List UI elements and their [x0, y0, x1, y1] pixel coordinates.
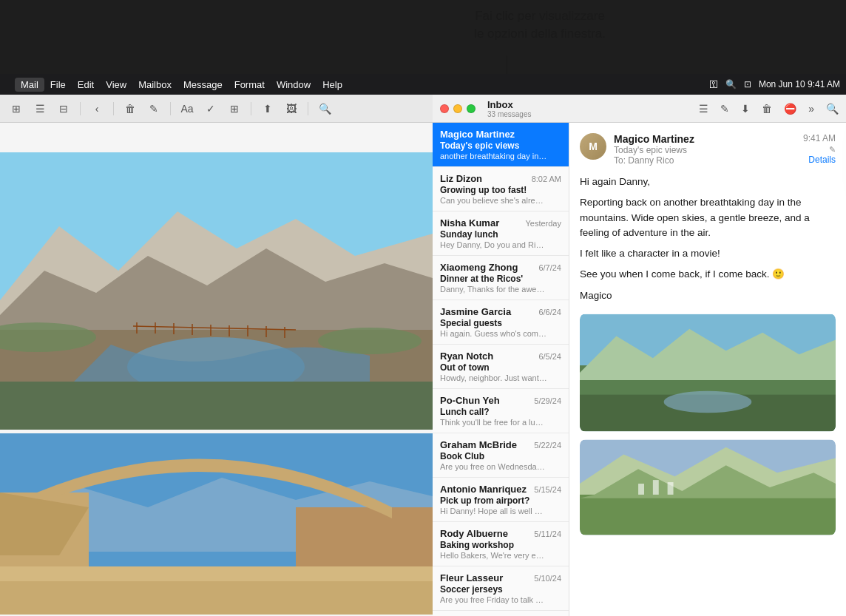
trash-icon[interactable]: 🗑	[762, 103, 772, 115]
close-button[interactable]	[440, 104, 449, 113]
menubar-mailbox[interactable]: Mailbox	[132, 78, 177, 92]
more-icon[interactable]: »	[808, 103, 814, 115]
back-icon[interactable]: ‹	[88, 100, 106, 118]
list-item[interactable]: Xiaomeng Zhong 6/7/24 Dinner at the Rico…	[433, 256, 569, 300]
grid-view-icon[interactable]: ⊟	[55, 100, 72, 118]
toolbar-separator-5	[308, 102, 308, 115]
mail-sender-0: Magico Martinez	[440, 129, 515, 140]
menubar-window[interactable]: Window	[271, 78, 317, 92]
mail-detail-info: Magico Martinez Today's epic views To: D…	[614, 133, 836, 166]
fullscreen-button[interactable]	[467, 104, 476, 113]
list-view-icon[interactable]: ☰	[31, 100, 49, 118]
share-icon[interactable]: ⬆	[259, 100, 277, 118]
photo-top	[0, 152, 433, 430]
mail-toolbar-icons: ☰ ✎ ⬇ 🗑 ⛔ » 🔍	[699, 103, 839, 115]
search-menubar-icon[interactable]: 🔍	[725, 79, 737, 89]
left-toolbar: ⊞ ☰ ⊟ ‹ 🗑 ✎ Aa ✓ ⊞ ⬆ 🖼 🔍	[0, 95, 433, 123]
mail-detail-header: M Magico Martinez Today's epic views To:…	[580, 133, 836, 166]
image-icon[interactable]: 🖼	[282, 100, 300, 118]
body-para-3: See you when I come back, if I come back…	[580, 267, 836, 282]
text-format-icon[interactable]: Aa	[178, 100, 196, 118]
mail-sender-9: Rody Albuerne	[440, 528, 508, 539]
list-item[interactable]: Jasmine Garcia 6/6/24 Special guests Hi …	[433, 300, 569, 345]
body-para-4: Magico	[580, 288, 836, 303]
detail-sender-name: Magico Martinez	[614, 133, 694, 145]
compose-icon[interactable]: ✎	[145, 100, 163, 118]
checklist-icon[interactable]: ✓	[202, 100, 220, 118]
datetime-display: Mon Jun 10 9:41 AM	[759, 79, 840, 89]
mail-sender-8: Antonio Manriquez	[440, 484, 527, 495]
menubar-view[interactable]: View	[100, 78, 132, 92]
mail-subject-2: Sunday lunch	[440, 229, 561, 240]
toolbar-separator-3	[170, 102, 171, 115]
mail-item-selected[interactable]: Magico Martinez Today's epic views anoth…	[433, 123, 569, 167]
mail-pane: Inbox 33 messages ☰ ✎ ⬇ 🗑 ⛔ » 🔍 ⊞ Replac…	[433, 95, 846, 616]
tooltip-line1: Fai clic per visualizzare	[436, 7, 643, 25]
mail-sender-6: Po-Chun Yeh	[440, 395, 500, 406]
list-item[interactable]: Liz Dizon 8:02 AM Growing up too fast! C…	[433, 167, 569, 211]
tooltip-line2: le opzioni della finestra.	[436, 25, 643, 43]
mail-subject-0: Today's epic views	[440, 141, 561, 151]
compose-mail-icon[interactable]: ✎	[720, 103, 729, 115]
list-item[interactable]: Fleur Lasseur 5/10/24 Soccer jerseys Are…	[433, 566, 569, 611]
menubar-edit[interactable]: Edit	[72, 78, 100, 92]
list-item[interactable]: Antonio Manriquez 5/15/24 Pick up from a…	[433, 478, 569, 522]
tooltip-annotation: Fai clic per visualizzare le opzioni del…	[436, 7, 643, 43]
detail-time: 9:41 AM	[803, 133, 836, 143]
mail-subject-6: Lunch call?	[440, 407, 561, 417]
toolbar-separator-1	[80, 102, 81, 115]
list-item[interactable]: Rody Albuerne 5/11/24 Baking workshop He…	[433, 522, 569, 566]
list-item[interactable]: Ryan Notch 6/5/24 Out of town Howdy, nei…	[433, 345, 569, 389]
mail-subject-5: Out of town	[440, 362, 561, 373]
search-left-icon[interactable]: 🔍	[316, 100, 334, 118]
menubar-message[interactable]: Message	[177, 78, 229, 92]
search-mail-icon[interactable]: 🔍	[826, 103, 839, 115]
mail-list: Magico Martinez Today's epic views anoth…	[433, 123, 569, 616]
inbox-title: Inbox	[487, 99, 531, 110]
mail-sender-3: Xiaomeng Zhong	[440, 262, 518, 273]
body-para-0: Hi again Danny,	[580, 175, 836, 189]
svg-rect-34	[638, 484, 644, 495]
list-item[interactable]: Po-Chun Yeh 5/29/24 Lunch call? Think yo…	[433, 389, 569, 433]
control-center-icon[interactable]: ⊡	[744, 79, 751, 89]
mail-sender-5: Ryan Notch	[440, 351, 493, 362]
window-traffic-lights	[440, 104, 476, 113]
svg-point-29	[664, 390, 752, 413]
svg-rect-32	[580, 495, 836, 535]
menubar-file[interactable]: File	[44, 78, 72, 92]
mail-preview-5: Howdy, neighbor. Just wanted to drop a q…	[440, 373, 547, 382]
sidebar-toggle-icon[interactable]: ⊞	[7, 100, 25, 118]
table-icon[interactable]: ⊞	[226, 100, 243, 118]
left-pane: ⊞ ☰ ⊟ ‹ 🗑 ✎ Aa ✓ ⊞ ⬆ 🖼 🔍 Places to hike	[0, 95, 433, 616]
list-item[interactable]: Nisha Kumar Yesterday Sunday lunch Hey D…	[433, 211, 569, 256]
edit-icon-detail: ✎	[829, 145, 836, 155]
mail-preview-3: Danny, Thanks for the awesome evening! I…	[440, 285, 547, 294]
minimize-button[interactable]	[453, 104, 462, 113]
body-para-1: Reporting back on another breathtaking d…	[580, 195, 836, 240]
menubar: Mail File Edit View Mailbox Message Form…	[0, 74, 846, 95]
archive-icon[interactable]: ⬇	[741, 103, 750, 115]
mail-subject-9: Baking workshop	[440, 540, 561, 550]
list-item[interactable]: Graham McBride 5/22/24 Book Club Are you…	[433, 433, 569, 478]
mail-preview-8: Hi Danny! Hope all is well with you. I'm…	[440, 507, 547, 515]
inbox-title-area: Inbox 33 messages	[487, 99, 531, 118]
mail-date-10: 5/10/24	[534, 574, 561, 583]
mail-preview-2: Hey Danny, Do you and Rigo want to come …	[440, 240, 547, 249]
mail-subject-7: Book Club	[440, 451, 561, 461]
menubar-mail[interactable]: Mail	[15, 78, 44, 92]
detail-subject: Today's epic views	[614, 145, 694, 155]
menubar-format[interactable]: Format	[229, 78, 271, 92]
details-link[interactable]: Details	[808, 155, 836, 165]
toolbar-separator-2	[113, 102, 114, 115]
delete-icon[interactable]: 🗑	[121, 100, 139, 118]
menubar-help[interactable]: Help	[317, 78, 348, 92]
wifi-icon: ⚿	[709, 79, 718, 89]
mail-body: Hi again Danny, Reporting back on anothe…	[580, 175, 836, 303]
filter-icon[interactable]: ☰	[699, 103, 708, 115]
mail-toolbar: Inbox 33 messages ☰ ✎ ⬇ 🗑 ⛔ » 🔍	[433, 95, 846, 123]
junk-icon[interactable]: ⛔	[784, 103, 796, 115]
toolbar-separator-4	[251, 102, 251, 115]
mail-preview-1: Can you believe she's already so tall? P…	[440, 196, 547, 205]
inbox-count: 33 messages	[487, 110, 531, 118]
mail-sender-1: Liz Dizon	[440, 173, 482, 184]
